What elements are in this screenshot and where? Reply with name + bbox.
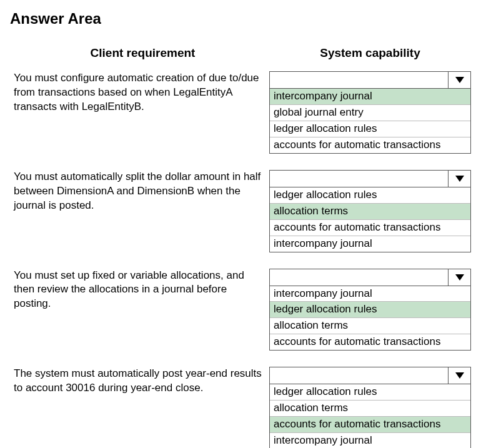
chevron-down-icon[interactable] bbox=[448, 171, 470, 187]
dropdown-option[interactable]: allocation terms bbox=[270, 204, 470, 220]
dropdown-options-list: intercompany journalglobal journal entry… bbox=[269, 89, 471, 154]
dropdown-option[interactable]: global journal entry bbox=[270, 105, 470, 121]
svg-marker-2 bbox=[455, 274, 464, 281]
dropdown-selected-value bbox=[270, 171, 448, 187]
answer-row: You must configure automatic creation of… bbox=[10, 71, 471, 154]
system-capability-dropdown: intercompany journalglobal journal entry… bbox=[269, 71, 471, 154]
column-headers: Client requirement System capability bbox=[10, 46, 471, 60]
dropdown-option[interactable]: accounts for automatic transactions bbox=[270, 334, 470, 350]
dropdown-option[interactable]: allocation terms bbox=[270, 318, 470, 334]
chevron-down-icon[interactable] bbox=[448, 72, 470, 88]
dropdown-selected-value bbox=[270, 269, 448, 286]
client-requirement-text: The system must automatically post year-… bbox=[10, 367, 269, 396]
dropdown-options-list: ledger allocation rulesallocation termsa… bbox=[269, 384, 471, 448]
dropdown-option[interactable]: ledger allocation rules bbox=[270, 384, 470, 401]
dropdown-option[interactable]: ledger allocation rules bbox=[270, 121, 470, 137]
chevron-down-icon[interactable] bbox=[448, 367, 470, 384]
client-requirement-text: You must configure automatic creation of… bbox=[10, 71, 269, 114]
dropdown-option[interactable]: accounts for automatic transactions bbox=[270, 417, 470, 433]
system-capability-dropdown: ledger allocation rulesallocation termsa… bbox=[269, 367, 471, 448]
dropdown-selected[interactable] bbox=[269, 269, 471, 286]
dropdown-option[interactable]: intercompany journal bbox=[270, 236, 470, 252]
dropdown-option[interactable]: ledger allocation rules bbox=[270, 302, 470, 318]
chevron-down-icon[interactable] bbox=[448, 269, 470, 286]
svg-marker-1 bbox=[455, 176, 464, 182]
dropdown-option[interactable]: ledger allocation rules bbox=[270, 187, 470, 204]
dropdown-option[interactable]: accounts for automatic transactions bbox=[270, 137, 470, 153]
client-requirement-header: Client requirement bbox=[10, 46, 269, 60]
page-title: Answer Area bbox=[10, 10, 471, 27]
dropdown-options-list: intercompany journalledger allocation ru… bbox=[269, 286, 471, 351]
answer-row: The system must automatically post year-… bbox=[10, 367, 471, 448]
dropdown-selected[interactable] bbox=[269, 170, 471, 187]
svg-marker-0 bbox=[455, 77, 464, 83]
dropdown-options-list: ledger allocation rulesallocation termsa… bbox=[269, 187, 471, 252]
dropdown-option[interactable]: intercompany journal bbox=[270, 286, 470, 302]
dropdown-option[interactable]: accounts for automatic transactions bbox=[270, 220, 470, 236]
answer-row: You must automatically split the dollar … bbox=[10, 170, 471, 252]
system-capability-header: System capability bbox=[269, 46, 471, 60]
dropdown-option[interactable]: intercompany journal bbox=[270, 433, 470, 448]
dropdown-option[interactable]: allocation terms bbox=[270, 401, 470, 417]
dropdown-selected-value bbox=[270, 72, 448, 88]
svg-marker-3 bbox=[455, 372, 464, 379]
answer-row: You must set up fixed or variable alloca… bbox=[10, 269, 471, 351]
dropdown-option[interactable]: intercompany journal bbox=[270, 89, 470, 105]
dropdown-selected[interactable] bbox=[269, 71, 471, 89]
system-capability-dropdown: intercompany journalledger allocation ru… bbox=[269, 269, 471, 351]
dropdown-selected-value bbox=[270, 367, 448, 384]
system-capability-dropdown: ledger allocation rulesallocation termsa… bbox=[269, 170, 471, 252]
client-requirement-text: You must set up fixed or variable alloca… bbox=[10, 269, 269, 312]
client-requirement-text: You must automatically split the dollar … bbox=[10, 170, 269, 213]
dropdown-selected[interactable] bbox=[269, 367, 471, 384]
